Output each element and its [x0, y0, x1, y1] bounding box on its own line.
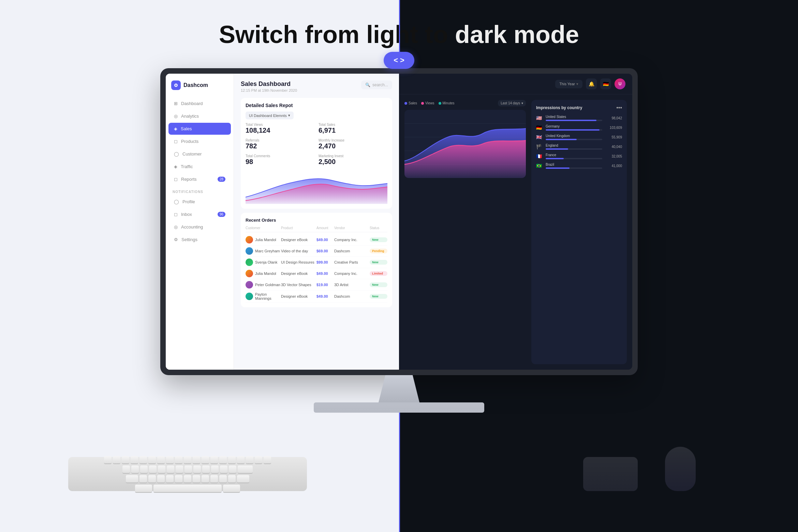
- chevron-icon-dark: ▾: [576, 82, 578, 86]
- more-options-icon[interactable]: •••: [616, 105, 622, 111]
- de-bar: [546, 129, 600, 131]
- trackpad: [583, 457, 638, 491]
- flag-icon: 🇩🇪: [603, 81, 609, 87]
- dark-chart-section: Sales Views Minutes Last 14: [404, 100, 526, 364]
- flag-button[interactable]: 🇩🇪: [600, 78, 611, 89]
- notifications-label: NOTIFICATIONS: [166, 186, 234, 195]
- gb-bar: [546, 139, 577, 140]
- us-bar: [546, 120, 596, 121]
- settings-icon: ⚙: [174, 237, 178, 242]
- monitor-container: Dashcom ⊞ Dashboard ◎ Analytics ◈ Sales: [160, 68, 638, 413]
- dark-chart: [404, 110, 526, 178]
- fr-bar: [546, 158, 564, 159]
- stat-referrals: Referrals 782: [246, 138, 314, 150]
- table-row: Julia Mandol Designer eBook $49.00 Compa…: [246, 234, 387, 246]
- status-badge: New: [370, 237, 387, 242]
- nav-item-accounting[interactable]: ◎ Accounting: [168, 221, 231, 233]
- notification-button[interactable]: 🔔: [586, 78, 597, 89]
- stat-total-views: Total Views 108,124: [246, 123, 314, 134]
- status-badge: Pending: [370, 249, 387, 253]
- fr-flag: 🇫🇷: [536, 154, 543, 159]
- keyboard: [68, 457, 307, 491]
- period-filter-button[interactable]: Last 14 days ▾: [498, 100, 526, 106]
- inbox-badge: 96: [218, 212, 225, 217]
- reports-badge: 28: [218, 177, 225, 182]
- legend-views: Views: [421, 101, 434, 105]
- legend-minutes: Minutes: [439, 101, 455, 105]
- country-row-us: 🇺🇸 United States 98,042: [536, 115, 622, 121]
- logo-text: Dashcom: [183, 82, 208, 88]
- chart-icon: ◎: [174, 114, 178, 119]
- table-row: Marc Greyham Video of the day $69.00 Das…: [246, 246, 387, 257]
- status-badge: New: [370, 260, 387, 265]
- stat-monthly-increase: Monthly Increase 2,470: [319, 138, 387, 150]
- impressions-header: Impressions by country •••: [536, 105, 622, 111]
- search-icon-light: 🔍: [365, 83, 370, 87]
- year-filter-button[interactable]: This Year ▾: [555, 80, 582, 88]
- views-dot: [421, 102, 424, 105]
- stat-total-comments: Total Comments 98: [246, 154, 314, 166]
- main-content-light: Sales Dashboard 12:15 PM at 19th Novembe…: [234, 74, 399, 370]
- table-header-row: Customer Product Amount Vendor Status: [246, 226, 387, 232]
- us-flag: 🇺🇸: [536, 116, 543, 120]
- nav-item-inbox[interactable]: ◻ Inbox 96: [168, 208, 231, 220]
- table-row: Svenja Olank UI Design Ressures $99.00 C…: [246, 257, 387, 268]
- search-box-light[interactable]: 🔍 search...: [361, 80, 392, 89]
- nav-item-settings[interactable]: ⚙ Settings: [168, 234, 231, 246]
- profile-icon: ◯: [174, 199, 179, 204]
- col-vendor: Vendor: [334, 226, 370, 230]
- user-avatar-dark[interactable]: U: [615, 78, 625, 89]
- chevron-down-icon: ▾: [288, 113, 290, 118]
- country-row-en: 🏴 England 40,040: [536, 144, 622, 150]
- nav-item-analytics[interactable]: ◎ Analytics: [168, 110, 231, 122]
- nav-item-profile[interactable]: ◯ Profile: [168, 196, 231, 208]
- stat-total-sales: Total Sales 6,971: [319, 123, 387, 134]
- col-customer: Customer: [246, 226, 281, 230]
- de-flag: 🇩🇪: [536, 125, 543, 130]
- bell-icon: 🔔: [589, 81, 594, 87]
- logo-icon: [171, 80, 181, 90]
- nav-item-products[interactable]: ◻ Products: [168, 135, 231, 147]
- box-icon: ◻: [174, 139, 178, 144]
- mouse: [665, 447, 696, 491]
- monitor-stand: [365, 375, 433, 402]
- nav-item-traffic[interactable]: ◈ Traffic: [168, 161, 231, 173]
- monitor-screen: Dashcom ⊞ Dashboard ◎ Analytics ◈ Sales: [166, 74, 632, 370]
- col-product: Product: [281, 226, 316, 230]
- orders-card: Recent Orders Customer Product Amount Ve…: [241, 213, 392, 307]
- svg-point-1: [175, 85, 177, 86]
- nav-item-customer[interactable]: ◯ Customer: [168, 148, 231, 160]
- mode-toggle-button[interactable]: < >: [384, 52, 414, 69]
- country-row-de: 🇩🇪 Germany 103,609: [536, 124, 622, 131]
- grid-icon: ⊞: [174, 101, 178, 106]
- right-arrow-icon: >: [400, 56, 404, 65]
- tag-icon: ◈: [174, 126, 177, 131]
- country-row-gb: 🇬🇧 United Kingdom 55,909: [536, 134, 622, 140]
- nav-item-sales[interactable]: ◈ Sales: [168, 123, 231, 135]
- status-badge: New: [370, 294, 387, 299]
- dropdown-filter[interactable]: UI Dashboard Elemnts ▾: [246, 112, 294, 119]
- en-flag: 🏴: [536, 144, 543, 149]
- legend-sales: Sales: [404, 101, 417, 105]
- search-placeholder: search...: [372, 83, 388, 87]
- country-row-fr: 🇫🇷 France 32,005: [536, 153, 622, 159]
- br-bar: [546, 167, 570, 169]
- dark-main-content: Sales Views Minutes Last 14: [399, 94, 632, 370]
- sales-dot: [404, 102, 407, 105]
- col-status: Status: [370, 226, 387, 230]
- nav-item-dashboard[interactable]: ⊞ Dashboard: [168, 98, 231, 109]
- dark-header: This Year ▾ 🔔 🇩🇪 U: [399, 74, 632, 94]
- page-subtitle: 12:15 PM at 19th November 2020: [241, 88, 297, 92]
- nav-item-reports[interactable]: ◻ Reports 28: [168, 173, 231, 185]
- impressions-title: Impressions by country: [536, 105, 582, 110]
- col-amount: Amount: [316, 226, 334, 230]
- traffic-icon: ◈: [174, 164, 177, 169]
- minutes-dot: [439, 102, 441, 105]
- stat-marketing-invest: Marketing Invest 2,500: [319, 154, 387, 166]
- br-flag: 🇧🇷: [536, 163, 543, 168]
- impressions-card: Impressions by country ••• 🇺🇸 United Sta…: [531, 100, 627, 364]
- gb-flag: 🇬🇧: [536, 135, 543, 139]
- table-row: Peter Goldman 3D Vector Shapes $19.00 3D…: [246, 279, 387, 291]
- report-section-title: Detailed Sales Repot: [246, 103, 387, 108]
- left-arrow-icon: <: [394, 56, 398, 65]
